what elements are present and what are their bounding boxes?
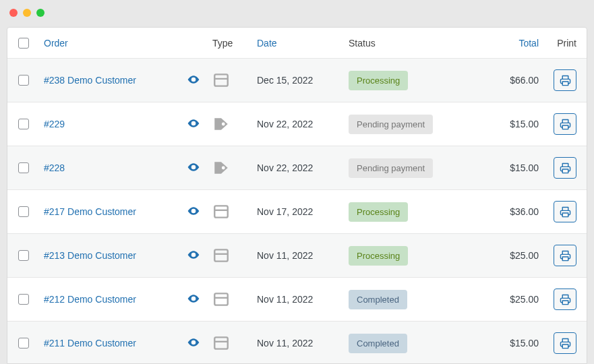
table-header-row: Order Type Date Status Total Print	[7, 28, 587, 59]
window-icon	[212, 203, 230, 220]
status-badge: Pending payment	[349, 115, 433, 134]
row-select-checkbox[interactable]	[18, 206, 29, 217]
printer-icon	[560, 250, 571, 262]
svg-rect-11	[214, 206, 228, 217]
svg-point-14	[192, 253, 194, 255]
titlebar	[0, 0, 594, 26]
print-button[interactable]	[554, 69, 576, 91]
orders-table: Order Type Date Status Total Print #238 …	[7, 27, 587, 364]
svg-rect-17	[562, 256, 568, 260]
preview-eye-icon[interactable]	[187, 336, 200, 351]
printer-icon	[560, 338, 571, 349]
order-date: Dec 15, 2022	[257, 75, 313, 86]
order-total: $36.00	[510, 206, 539, 217]
printer-icon	[560, 206, 571, 218]
header-status: Status	[349, 38, 376, 49]
table-row: #211 Demo CustomerNov 11, 2022Completed$…	[7, 322, 587, 364]
status-badge: Completed	[349, 334, 407, 353]
svg-rect-9	[562, 169, 568, 173]
printer-icon	[560, 75, 571, 86]
preview-eye-icon[interactable]	[187, 160, 200, 176]
header-order[interactable]: Order	[44, 38, 68, 49]
table-row: #229Nov 22, 2022Pending payment$15.00	[7, 102, 587, 146]
svg-rect-19	[214, 293, 228, 305]
table-row: #217 Demo CustomerNov 17, 2022Processing…	[7, 190, 587, 234]
order-total: $15.00	[510, 162, 539, 173]
print-button[interactable]	[554, 113, 576, 135]
svg-point-5	[222, 123, 225, 126]
header-date[interactable]: Date	[257, 38, 277, 49]
header-total[interactable]: Total	[518, 38, 539, 49]
order-date: Nov 22, 2022	[257, 162, 313, 173]
order-link[interactable]: #238 Demo Customer	[44, 75, 136, 86]
order-link[interactable]: #228	[44, 162, 65, 173]
table-row: #212 Demo CustomerNov 11, 2022Completed$…	[7, 278, 587, 322]
window-icon	[212, 71, 230, 89]
printer-icon	[560, 119, 571, 130]
window-icon	[212, 291, 230, 308]
order-date: Nov 17, 2022	[257, 206, 313, 217]
row-select-checkbox[interactable]	[18, 75, 29, 86]
header-print: Print	[557, 38, 576, 49]
print-button[interactable]	[554, 245, 576, 266]
status-badge: Processing	[349, 202, 408, 222]
print-button[interactable]	[554, 289, 576, 310]
svg-rect-21	[562, 300, 568, 304]
row-select-checkbox[interactable]	[18, 162, 29, 173]
app-window: Order Type Date Status Total Print #238 …	[0, 0, 594, 364]
svg-point-22	[192, 341, 194, 343]
order-date: Nov 11, 2022	[257, 294, 313, 305]
table-row: #228Nov 22, 2022Pending payment$15.00	[7, 146, 587, 190]
order-link[interactable]: #213 Demo Customer	[44, 250, 136, 261]
order-total: $15.00	[510, 338, 539, 348]
order-link[interactable]: #211 Demo Customer	[44, 338, 136, 348]
svg-rect-23	[214, 337, 228, 348]
svg-rect-3	[562, 81, 568, 85]
svg-rect-25	[562, 344, 568, 348]
preview-eye-icon[interactable]	[187, 292, 200, 307]
printer-icon	[560, 294, 571, 305]
preview-eye-icon[interactable]	[187, 117, 200, 132]
svg-point-10	[192, 210, 194, 212]
order-link[interactable]: #229	[44, 119, 65, 129]
svg-point-8	[222, 166, 225, 170]
table-row: #238 Demo CustomerDec 15, 2022Processing…	[7, 59, 587, 102]
preview-eye-icon[interactable]	[187, 204, 200, 220]
window-icon	[212, 334, 230, 352]
preview-eye-icon[interactable]	[187, 248, 200, 264]
status-badge: Pending payment	[349, 158, 433, 178]
order-link[interactable]: #217 Demo Customer	[44, 206, 136, 217]
svg-rect-6	[562, 125, 568, 129]
tag-icon	[212, 115, 230, 133]
print-button[interactable]	[554, 157, 576, 179]
svg-rect-15	[214, 249, 228, 261]
order-total: $66.00	[510, 75, 539, 86]
status-badge: Processing	[349, 246, 408, 266]
row-select-checkbox[interactable]	[18, 294, 29, 305]
svg-point-0	[192, 78, 194, 80]
order-link[interactable]: #212 Demo Customer	[44, 294, 136, 305]
order-date: Nov 11, 2022	[257, 250, 313, 261]
svg-rect-1	[214, 74, 228, 86]
table-row: #213 Demo CustomerNov 11, 2022Processing…	[7, 234, 587, 278]
maximize-window-button[interactable]	[36, 9, 44, 17]
status-badge: Completed	[349, 290, 407, 309]
close-window-button[interactable]	[9, 9, 18, 17]
printer-icon	[560, 162, 571, 174]
svg-point-18	[192, 297, 194, 299]
minimize-window-button[interactable]	[23, 9, 31, 17]
window-icon	[212, 247, 230, 264]
select-all-checkbox[interactable]	[18, 38, 29, 49]
order-date: Nov 11, 2022	[257, 338, 313, 348]
row-select-checkbox[interactable]	[18, 338, 29, 348]
order-date: Nov 22, 2022	[257, 119, 313, 129]
row-select-checkbox[interactable]	[18, 119, 29, 129]
print-button[interactable]	[554, 332, 576, 354]
order-total: $25.00	[510, 294, 539, 305]
svg-point-4	[192, 122, 194, 124]
preview-eye-icon[interactable]	[187, 73, 200, 88]
print-button[interactable]	[554, 201, 576, 222]
order-total: $25.00	[510, 250, 539, 261]
row-select-checkbox[interactable]	[18, 250, 29, 261]
header-type: Type	[212, 38, 233, 49]
